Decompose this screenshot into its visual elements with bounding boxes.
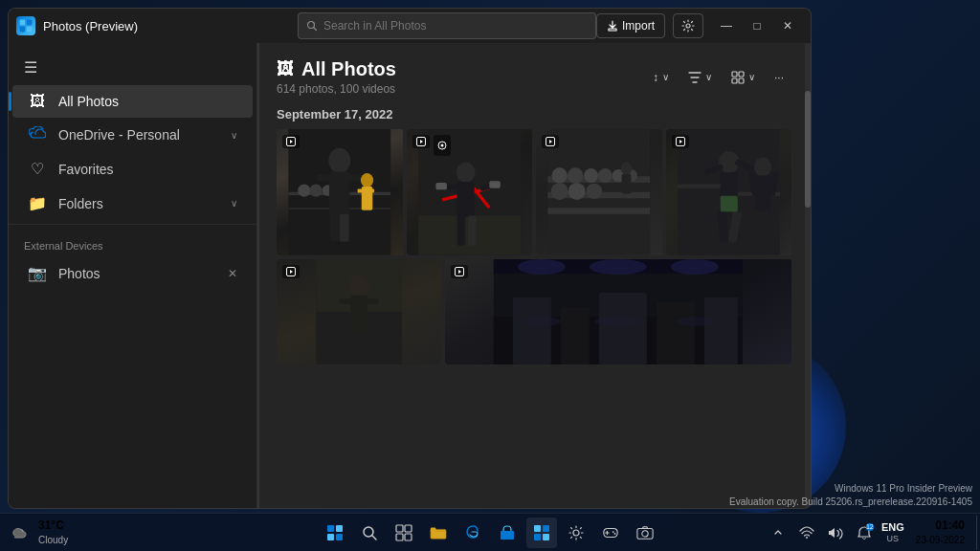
photo-2-extra-icon	[434, 135, 451, 156]
svg-rect-38	[457, 215, 464, 245]
svg-rect-60	[622, 174, 632, 194]
svg-rect-2	[20, 27, 26, 33]
import-icon	[607, 20, 618, 32]
svg-rect-82	[350, 295, 368, 334]
import-button[interactable]: Import	[596, 13, 665, 38]
minimize-button[interactable]: —	[711, 12, 742, 39]
game-button[interactable]	[595, 518, 626, 548]
volume-icon[interactable]	[824, 521, 847, 544]
photo-2[interactable]	[407, 129, 533, 255]
folders-chevron: ∨	[231, 198, 237, 209]
settings-taskbar-button[interactable]	[561, 518, 591, 548]
photo-5-video-icon	[282, 265, 300, 278]
svg-point-128	[642, 530, 648, 536]
svg-rect-7	[732, 72, 737, 77]
settings-button[interactable]	[673, 13, 703, 38]
taskbar-search-button[interactable]	[354, 518, 385, 548]
photo-3-video-icon	[542, 135, 559, 148]
svg-point-24	[361, 173, 373, 187]
edge-button[interactable]	[457, 518, 488, 548]
sort-chevron: ∨	[662, 72, 669, 82]
photos-ext-close[interactable]: ✕	[228, 267, 237, 280]
svg-rect-21	[346, 175, 362, 182]
svg-point-126	[614, 533, 616, 535]
svg-point-15	[310, 185, 323, 197]
svg-rect-8	[739, 72, 744, 77]
svg-point-129	[806, 537, 808, 539]
sidebar-divider	[9, 224, 256, 225]
photo-6[interactable]	[445, 259, 791, 364]
svg-rect-84	[366, 298, 379, 304]
search-bar[interactable]	[298, 12, 596, 39]
photo-5[interactable]	[277, 259, 441, 364]
date-group-label: September 17, 2022	[277, 107, 791, 121]
svg-point-57	[568, 183, 586, 200]
svg-rect-26	[358, 188, 365, 192]
svg-point-95	[518, 259, 566, 275]
start-button[interactable]	[320, 518, 350, 548]
svg-rect-119	[543, 525, 549, 532]
view-icon	[731, 71, 745, 84]
sidebar-item-photos-ext[interactable]: 📷 Photos ✕	[12, 256, 253, 290]
svg-point-34	[456, 163, 475, 183]
svg-point-122	[573, 530, 579, 536]
app-window: Photos (Preview) Import	[8, 8, 812, 509]
photos-taskbar-button[interactable]	[526, 518, 557, 548]
scrollbar-track[interactable]	[805, 43, 811, 508]
taskbar: 31°C Cloudy	[0, 513, 980, 551]
svg-rect-93	[704, 298, 738, 364]
close-button[interactable]: ✕	[772, 12, 803, 39]
notification-icon[interactable]: 12	[853, 521, 876, 544]
svg-rect-92	[657, 302, 695, 364]
show-hidden-icons[interactable]	[767, 521, 790, 544]
svg-rect-41	[489, 181, 501, 187]
photo-3[interactable]	[536, 129, 662, 255]
photo-1-video-icon	[282, 135, 300, 148]
svg-point-125	[612, 531, 614, 533]
settings-icon	[681, 19, 695, 33]
scrollbar-thumb[interactable]	[805, 91, 811, 208]
svg-rect-110	[396, 525, 403, 532]
camera-taskbar-button[interactable]	[630, 518, 660, 548]
file-explorer-button[interactable]	[423, 518, 454, 548]
svg-rect-106	[327, 534, 334, 540]
sidebar-item-all-photos[interactable]: 🖼 All Photos	[12, 85, 253, 118]
more-options-button[interactable]: ···	[767, 64, 791, 91]
svg-point-45	[440, 144, 443, 147]
svg-point-6	[686, 24, 690, 28]
clock-display[interactable]: 01:40 23-09-2022	[910, 521, 970, 544]
app-icon	[16, 16, 35, 35]
sort-button[interactable]: ↕ ∨	[645, 64, 677, 91]
svg-point-59	[621, 163, 633, 175]
view-chevron: ∨	[748, 72, 755, 82]
photo-grid-row1	[277, 129, 791, 255]
show-desktop-button[interactable]	[976, 516, 980, 550]
sidebar-item-onedrive[interactable]: OneDrive - Personal ∨	[12, 119, 253, 151]
sidebar-item-favorites[interactable]: ♡ Favorites	[12, 152, 253, 186]
photo-1[interactable]	[277, 129, 403, 255]
language-indicator[interactable]: ENG US	[881, 521, 904, 544]
search-input[interactable]	[323, 19, 588, 33]
filter-button[interactable]: ∨	[680, 64, 720, 91]
svg-rect-121	[543, 534, 549, 540]
hamburger-menu[interactable]: ☰	[9, 51, 256, 84]
photo-4[interactable]	[666, 129, 792, 255]
task-view-button[interactable]	[389, 518, 419, 548]
weather-widget: 31°C Cloudy	[0, 518, 68, 546]
sidebar-item-folders[interactable]: 📁 Folders ∨	[12, 187, 253, 220]
view-button[interactable]: ∨	[724, 64, 763, 91]
svg-rect-117	[501, 531, 514, 540]
maximize-button[interactable]: □	[742, 12, 772, 39]
svg-rect-39	[468, 215, 476, 245]
photo-grid-row2	[277, 259, 791, 364]
svg-marker-78	[679, 140, 682, 143]
network-icon[interactable]	[795, 521, 818, 544]
content-title: 🖼 All Photos	[277, 58, 396, 80]
store-button[interactable]	[492, 518, 523, 548]
eval-watermark: Windows 11 Pro Insider Preview Evaluatio…	[729, 482, 972, 509]
weather-icon	[10, 522, 31, 543]
onedrive-chevron: ∨	[231, 130, 237, 141]
svg-point-81	[349, 275, 369, 296]
svg-rect-111	[405, 525, 412, 532]
svg-rect-113	[405, 534, 412, 540]
